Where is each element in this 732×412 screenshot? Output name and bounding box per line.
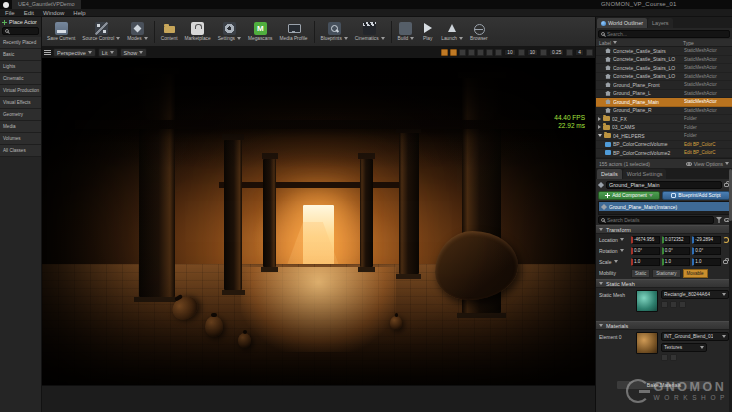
rotation-snap-value[interactable]: 10 — [527, 49, 538, 56]
place-actors-search-input[interactable] — [11, 28, 36, 34]
static-mesh-thumbnail[interactable] — [636, 290, 658, 312]
edit-blueprint-link[interactable]: Edit BP_ColorC — [684, 142, 730, 147]
megascans-button[interactable]: Megascans — [245, 18, 276, 46]
place-category-media[interactable]: Media — [0, 121, 41, 133]
outliner-row[interactable]: 03_CAMSFolder — [596, 124, 732, 133]
blueprint-add-script-button[interactable]: Blueprint/Add Script — [662, 191, 730, 200]
location-z-field[interactable]: -29.2894 — [692, 236, 721, 244]
place-category-basic[interactable]: Basic — [0, 49, 41, 61]
rotation-z-field[interactable]: 0.0° — [692, 247, 721, 255]
mobility-movable-button[interactable]: Movable — [683, 269, 708, 278]
viewport-options-icon[interactable] — [44, 50, 51, 55]
outliner-row-selected[interactable]: Ground_Plane_MainStaticMeshActor — [596, 98, 732, 107]
place-category-all-classes[interactable]: All Classes — [0, 145, 41, 157]
level-tab[interactable]: UE4_GauntletVPDemo — [12, 0, 81, 9]
static-mesh-section-header[interactable]: Static Mesh — [596, 279, 732, 288]
use-selected-asset-icon[interactable] — [661, 354, 668, 361]
surface-snap-icon[interactable] — [486, 49, 493, 56]
outliner-row[interactable]: 02_FXFolder — [596, 115, 732, 124]
scale-snap-icon[interactable] — [540, 49, 547, 56]
place-category-cinematic[interactable]: Cinematic — [0, 73, 41, 85]
scale-snap-value[interactable]: 0.25 — [549, 49, 564, 56]
marketplace-button[interactable]: Marketplace — [181, 18, 213, 46]
label-column-header[interactable]: Label — [599, 40, 611, 46]
world-space-toggle-icon[interactable] — [477, 49, 484, 56]
reset-asset-icon[interactable] — [679, 301, 686, 308]
actor-name-field[interactable] — [606, 181, 722, 189]
source-control-button[interactable]: Source Control — [79, 18, 123, 46]
static-mesh-combo[interactable]: Rectangle_80244A64 — [661, 290, 729, 299]
rotation-snap-icon[interactable] — [518, 49, 525, 56]
browser-button[interactable]: Browser — [467, 18, 491, 46]
media-profile-button[interactable]: Media Profile — [277, 18, 311, 46]
expander-icon[interactable] — [598, 134, 602, 137]
outliner-row[interactable]: Concrete_Castle_Stairs_LOStaticMeshActor — [596, 73, 732, 82]
tab-world-settings[interactable]: World Settings — [623, 169, 667, 179]
outliner-row[interactable]: Ground_Plane_FrontStaticMeshActor — [596, 81, 732, 90]
launch-button[interactable]: Launch — [438, 18, 466, 46]
place-category-volumes[interactable]: Volumes — [0, 133, 41, 145]
expander-icon[interactable] — [598, 117, 601, 121]
location-x-field[interactable]: -4674.956 — [631, 236, 660, 244]
material-thumbnail[interactable] — [636, 332, 658, 354]
outliner-search-input[interactable] — [607, 31, 727, 37]
grid-snap-icon[interactable] — [495, 49, 502, 56]
browse-to-asset-icon[interactable] — [670, 301, 677, 308]
viewport[interactable]: Perspective Lit Show 10 10 0.25 4 — [42, 47, 595, 385]
viewport-scene[interactable]: 44.40 FPS 22.92 ms — [42, 58, 595, 385]
menu-window[interactable]: Window — [43, 10, 64, 16]
outliner-row[interactable]: Concrete_Castle_Stairs_LOStaticMeshActor — [596, 64, 732, 73]
mobility-stationary-button[interactable]: Stationary — [652, 269, 680, 278]
materials-section-header[interactable]: Materials — [596, 321, 732, 330]
place-actors-search[interactable] — [2, 27, 39, 35]
scale-y-field[interactable]: 1.0 — [662, 258, 691, 266]
outliner-row[interactable]: Ground_Plane_LStaticMeshActor — [596, 90, 732, 99]
outliner-row[interactable]: Ground_Plane_RStaticMeshActor — [596, 107, 732, 116]
browse-to-asset-icon[interactable] — [670, 354, 677, 361]
place-category-geometry[interactable]: Geometry — [0, 109, 41, 121]
build-button[interactable]: Build — [395, 18, 418, 46]
filter-funnel-icon[interactable] — [716, 217, 722, 223]
place-category-recently-placed[interactable]: Recently Placed — [0, 37, 41, 49]
menu-help[interactable]: Help — [73, 10, 85, 16]
place-category-lights[interactable]: Lights — [0, 61, 41, 73]
save-current-button[interactable]: Save Current — [44, 18, 78, 46]
location-y-field[interactable]: 0.072352 — [662, 236, 691, 244]
component-row-selected[interactable]: Ground_Plane_Main(Instance) — [599, 202, 729, 211]
settings-button[interactable]: Settings — [215, 18, 244, 46]
menu-file[interactable]: File — [5, 10, 15, 16]
cinematics-button[interactable]: Cinematics — [352, 18, 388, 46]
tab-world-outliner[interactable]: World Outliner — [597, 18, 647, 28]
outliner-row[interactable]: BP_ColorCorrectVolumeEdit BP_ColorC — [596, 141, 732, 150]
place-category-virtual-production[interactable]: Virtual Production — [0, 85, 41, 97]
maximize-viewport-icon[interactable] — [586, 49, 593, 56]
show-dropdown[interactable]: Show — [120, 48, 148, 57]
perspective-dropdown[interactable]: Perspective — [53, 48, 96, 57]
use-selected-asset-icon[interactable] — [661, 301, 668, 308]
move-tool-icon[interactable] — [450, 49, 457, 56]
scale-label[interactable]: Scale — [599, 259, 629, 265]
outliner-row[interactable]: Concrete_Castle_StairsStaticMeshActor — [596, 47, 732, 56]
outliner-row[interactable]: Concrete_Castle_Stairs_LOStaticMeshActor — [596, 56, 732, 65]
transform-section-header[interactable]: Transform — [596, 225, 732, 234]
menu-edit[interactable]: Edit — [24, 10, 34, 16]
expander-icon[interactable] — [598, 125, 601, 129]
rotation-label[interactable]: Rotation — [599, 248, 629, 254]
rotation-y-field[interactable]: 0.0° — [662, 247, 691, 255]
details-searchbox[interactable] — [598, 216, 714, 224]
scale-z-field[interactable]: 1.0 — [692, 258, 721, 266]
modes-button[interactable]: Modes — [124, 18, 150, 46]
view-options-button[interactable]: View Options — [686, 161, 729, 167]
tab-details[interactable]: Details — [597, 169, 622, 179]
scale-lock-icon[interactable] — [723, 260, 728, 264]
type-column-header[interactable]: Type — [683, 40, 729, 46]
camera-speed-value[interactable]: 4 — [575, 49, 584, 56]
play-button[interactable]: Play — [418, 18, 437, 46]
textures-dropdown[interactable]: Textures — [661, 343, 707, 352]
outliner-row[interactable]: BP_ColorCorrectVolume2Edit BP_ColorC — [596, 149, 732, 158]
details-search-input[interactable] — [607, 217, 711, 223]
outliner-searchbox[interactable] — [598, 30, 730, 38]
place-category-visual-effects[interactable]: Visual Effects — [0, 97, 41, 109]
grid-snap-value[interactable]: 10 — [504, 49, 515, 56]
mobility-static-button[interactable]: Static — [631, 269, 650, 278]
